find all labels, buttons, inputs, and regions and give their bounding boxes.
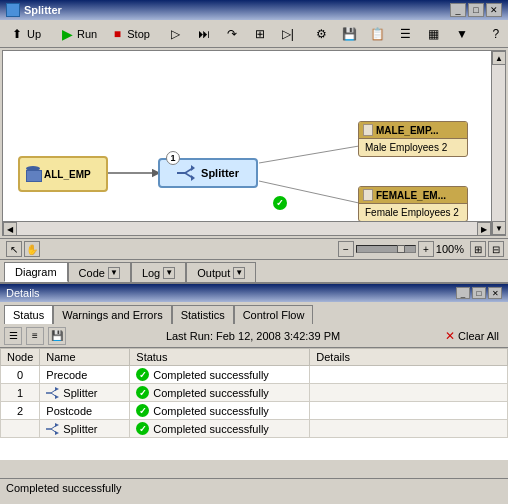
scroll-right-arrow[interactable]: ▶ [477,222,491,236]
details-window-controls: _ □ ✕ [456,287,502,299]
all-emp-node[interactable]: ALL_EMP [18,156,108,192]
tab-log[interactable]: Log ▼ [131,262,186,282]
cursor-tool[interactable]: ↖ [6,241,22,257]
node-number-badge: 1 [166,151,180,165]
details-tab-status[interactable]: Status [4,305,53,324]
row3-name: Postcode [40,402,130,420]
toolbar-btn-9[interactable]: 💾 [337,23,363,45]
tab-code[interactable]: Code ▼ [68,262,131,282]
toolbar-btn-3[interactable]: ▷ [163,23,189,45]
step-icon: ⏭ [196,26,212,42]
row1-details [310,366,508,384]
canvas-scrollbar-h[interactable]: ◀ ▶ [3,221,491,235]
toolbar-btn-13[interactable]: ▼ [449,23,475,45]
row4-details [310,420,508,438]
splitter-label: Splitter [201,167,239,179]
toolbar-btn-11[interactable]: ☰ [393,23,419,45]
diagram-canvas[interactable]: ALL_EMP Splitter 1 ✓ MALE_EMP... [2,50,506,236]
toolbar-btn-6[interactable]: ⊞ [247,23,273,45]
row1-name: Precode [40,366,130,384]
svg-marker-19 [55,423,59,427]
details-toolbar: ☰ ≡ 💾 Last Run: Feb 12, 2008 3:42:39 PM … [0,324,508,348]
tab-output[interactable]: Output ▼ [186,262,256,282]
row2-details [310,384,508,402]
code-tab-arrow[interactable]: ▼ [108,267,120,279]
male-emp-body: Male Employees 2 [359,139,467,156]
toolbar-btn-8[interactable]: ⚙ [309,23,335,45]
up-button[interactable]: ⬆ Up [4,23,46,45]
scroll-left-arrow[interactable]: ◀ [3,222,17,236]
svg-marker-15 [55,395,59,399]
output-tab-arrow[interactable]: ▼ [233,267,245,279]
table-row: 0 Precode ✓ Completed successfully [1,366,508,384]
details-tab-warnings[interactable]: Warnings and Errors [53,305,171,324]
details-tool-3[interactable]: 💾 [48,327,66,345]
grid-view-button[interactable]: ⊟ [488,241,504,257]
run-button[interactable]: ▶ Run [54,23,102,45]
status-ok-icon-3: ✓ [136,404,149,417]
male-emp-node[interactable]: MALE_EMP... Male Employees 2 [358,121,468,157]
row4-status: ✓ Completed successfully [130,420,310,438]
col-header-status: Status [130,349,310,366]
row3-node: 2 [1,402,40,420]
details-tab-controlflow[interactable]: Control Flow [234,305,314,324]
details-tab-statistics[interactable]: Statistics [172,305,234,324]
scroll-up-arrow[interactable]: ▲ [492,51,506,65]
toolbar-btn-7[interactable]: ▷| [275,23,301,45]
scroll-track-h[interactable] [17,222,477,235]
details-minimize[interactable]: _ [456,287,470,299]
toolbar-btn-14[interactable]: ? [483,23,508,45]
status-ok-icon-1: ✓ [136,368,149,381]
details-table-container: Node Name Status Details 0 Precode ✓ Com… [0,348,508,460]
minimize-button[interactable]: _ [450,3,466,17]
database-icon [26,166,40,182]
row4-node [1,420,40,438]
fit-view-button[interactable]: ⊞ [470,241,486,257]
toolbar-btn-4[interactable]: ⏭ [191,23,217,45]
run-icon: ▶ [59,26,75,42]
details-panel: Details _ □ ✕ Status Warnings and Errors… [0,282,508,478]
main-tab-bar: Diagram Code ▼ Log ▼ Output ▼ [0,260,508,282]
clear-all-button[interactable]: ✕ Clear All [440,326,504,346]
canvas-inner: ALL_EMP Splitter 1 ✓ MALE_EMP... [3,51,505,235]
main-toolbar: ⬆ Up ▶ Run ■ Stop ▷ ⏭ ↷ ⊞ ▷| ⚙ 💾 📋 ☰ ▦ ▼ [0,20,508,48]
details-close[interactable]: ✕ [488,287,502,299]
female-emp-header: FEMALE_EM... [359,187,467,204]
status-message: Completed successfully [6,482,122,494]
male-emp-header: MALE_EMP... [359,122,467,139]
gear-icon: ⚙ [314,26,330,42]
toolbar-btn-12[interactable]: ▦ [421,23,447,45]
scroll-track-v[interactable] [492,65,505,221]
stop-button[interactable]: ■ Stop [104,23,155,45]
grid-icon: ⊞ [252,26,268,42]
tab-diagram[interactable]: Diagram [4,262,68,282]
log-tab-arrow[interactable]: ▼ [163,267,175,279]
svg-marker-10 [191,175,195,181]
close-button[interactable]: ✕ [486,3,502,17]
canvas-toolbar: ↖ ✋ − + 100% ⊞ ⊟ [0,238,508,260]
row3-status: ✓ Completed successfully [130,402,310,420]
zoom-in-button[interactable]: + [418,241,434,257]
splitter-small-icon-2 [46,423,60,435]
maximize-button[interactable]: □ [468,3,484,17]
female-emp-node[interactable]: FEMALE_EM... Female Employees 2 [358,186,468,222]
details-tool-1[interactable]: ☰ [4,327,22,345]
toolbar-btn-10[interactable]: 📋 [365,23,391,45]
status-ok-icon-2: ✓ [136,386,149,399]
canvas-scrollbar-v[interactable]: ▲ ▼ [491,51,505,235]
zoom-out-button[interactable]: − [338,241,354,257]
row1-status: ✓ Completed successfully [130,366,310,384]
svg-line-1 [259,146,359,163]
hand-tool[interactable]: ✋ [24,241,40,257]
toolbar-btn-5[interactable]: ↷ [219,23,245,45]
file-icon-female [363,189,373,201]
app-title: Splitter [24,4,62,16]
details-title-bar: Details _ □ ✕ [0,284,508,302]
details-maximize[interactable]: □ [472,287,486,299]
status-bar: Completed successfully [0,478,508,496]
scroll-down-arrow[interactable]: ▼ [492,221,506,235]
details-tool-2[interactable]: ≡ [26,327,44,345]
zoom-slider[interactable] [356,245,416,253]
col-header-node: Node [1,349,40,366]
tool-icon-1: ▷| [280,26,296,42]
